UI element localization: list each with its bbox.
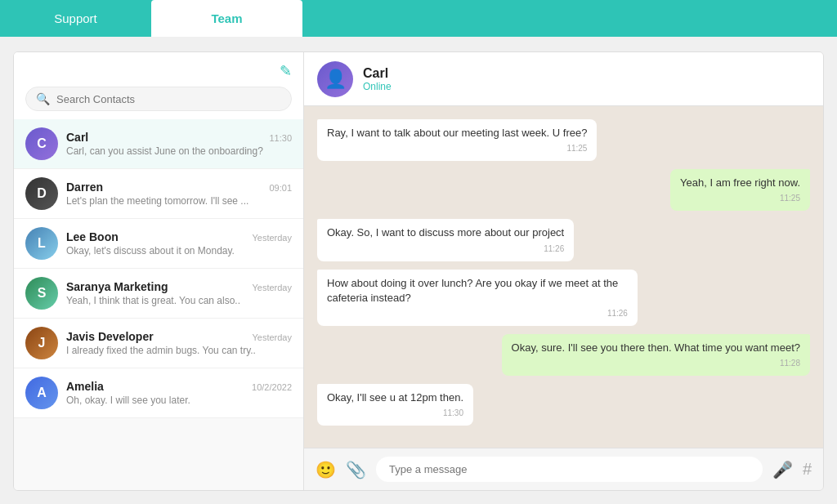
contact-info: Lee Boon Yesterday Okay, let's discuss a… <box>66 230 292 256</box>
contact-name: Darren <box>66 181 103 194</box>
tab-support[interactable]: Support <box>0 0 151 37</box>
chat-user-name: Carl <box>363 66 810 81</box>
main-container: ✎ 🔍 C Carl 11:30 Carl, can you assist Ju… <box>13 51 824 491</box>
compose-icon[interactable]: ✎ <box>280 62 292 80</box>
message-time: 11:25 <box>327 143 587 154</box>
contact-time: Yesterday <box>252 332 292 342</box>
chat-user-info: Carl Online <box>363 66 810 92</box>
search-icon: 🔍 <box>36 92 50 105</box>
contact-preview: Yeah, I think that is great. You can als… <box>66 295 292 306</box>
contact-preview: Let's plan the meeting tomorrow. I'll se… <box>66 195 292 207</box>
chat-contact-avatar: 👤 <box>317 61 353 97</box>
top-nav: Support Team <box>0 0 837 37</box>
contact-preview: I already fixed the admin bugs. You can … <box>66 345 292 356</box>
contact-time: 11:30 <box>269 133 292 143</box>
contact-info: Carl 11:30 Carl, can you assist June on … <box>66 131 292 157</box>
message-text: How about doing it over lunch? Are you o… <box>327 277 618 304</box>
message-text: Okay, sure. I'll see you there then. Wha… <box>512 341 800 354</box>
chat-input-area: 🙂 📎 🎤 # <box>304 448 823 490</box>
contact-preview: Okay, let's discuss about it on Monday. <box>66 245 292 256</box>
message-time: 11:26 <box>327 308 628 319</box>
emoji-icon[interactable]: 🙂 <box>316 460 336 479</box>
contact-info: Amelia 10/2/2022 Oh, okay. I will see yo… <box>66 380 292 406</box>
search-input[interactable] <box>56 93 281 105</box>
message-bubble: Ray, I want to talk about our meeting la… <box>317 119 597 161</box>
contact-time: Yesterday <box>252 283 292 292</box>
contact-item-javis[interactable]: J Javis Developer Yesterday I already fi… <box>14 319 303 368</box>
tab-team[interactable]: Team <box>151 0 302 37</box>
contact-time: 10/2/2022 <box>252 382 292 392</box>
avatar: L <box>25 227 58 260</box>
message-input[interactable] <box>376 457 763 482</box>
contact-name: Lee Boon <box>66 230 119 243</box>
message-text: Okay. So, I want to discuss more about o… <box>327 226 564 239</box>
contact-preview: Carl, can you assist June on the onboard… <box>66 145 292 157</box>
avatar: S <box>25 277 58 310</box>
message-row: Okay. So, I want to discuss more about o… <box>317 219 810 261</box>
message-row: Ray, I want to talk about our meeting la… <box>317 119 810 161</box>
contact-name: Javis Developer <box>66 330 154 343</box>
contact-time: 09:01 <box>269 183 292 193</box>
mic-icon[interactable]: 🎤 <box>772 460 793 479</box>
contact-info: Javis Developer Yesterday I already fixe… <box>66 330 292 356</box>
attach-icon[interactable]: 📎 <box>346 460 366 479</box>
contacts-list: C Carl 11:30 Carl, can you assist June o… <box>14 119 303 490</box>
message-row: How about doing it over lunch? Are you o… <box>317 270 810 326</box>
hash-icon[interactable]: # <box>803 460 812 479</box>
message-bubble: How about doing it over lunch? Are you o… <box>317 270 638 326</box>
sidebar: ✎ 🔍 C Carl 11:30 Carl, can you assist Ju… <box>14 52 304 490</box>
avatar: D <box>25 177 58 210</box>
contact-time: Yesterday <box>252 233 292 243</box>
contact-item-carl[interactable]: C Carl 11:30 Carl, can you assist June o… <box>14 119 303 169</box>
contact-item-saranya[interactable]: S Saranya Marketing Yesterday Yeah, I th… <box>14 269 303 319</box>
message-time: 11:30 <box>327 408 463 419</box>
message-row: Yeah, I am free right now. 11:25 <box>317 169 810 211</box>
message-bubble: Okay, sure. I'll see you there then. Wha… <box>502 334 810 376</box>
contact-info: Darren 09:01 Let's plan the meeting tomo… <box>66 181 292 207</box>
contact-info: Saranya Marketing Yesterday Yeah, I thin… <box>66 280 292 306</box>
chat-panel: 👤 Carl Online Ray, I want to talk about … <box>304 52 823 490</box>
chat-user-status: Online <box>363 81 810 92</box>
message-time: 11:25 <box>680 193 800 204</box>
message-bubble: Okay, I'll see u at 12pm then. 11:30 <box>317 384 473 426</box>
message-time: 11:26 <box>327 243 564 255</box>
chat-header: 👤 Carl Online <box>304 52 823 106</box>
contact-item-lee[interactable]: L Lee Boon Yesterday Okay, let's discuss… <box>14 219 303 269</box>
sidebar-header: ✎ <box>14 52 303 87</box>
message-text: Ray, I want to talk about our meeting la… <box>327 127 587 139</box>
message-time: 11:28 <box>512 358 800 369</box>
message-bubble: Okay. So, I want to discuss more about o… <box>317 219 574 261</box>
message-text: Yeah, I am free right now. <box>680 176 800 189</box>
contact-item-darren[interactable]: D Darren 09:01 Let's plan the meeting to… <box>14 169 303 219</box>
search-input-wrap: 🔍 <box>25 87 292 111</box>
contact-preview: Oh, okay. I will see you later. <box>66 395 292 406</box>
contact-name: Amelia <box>66 380 104 393</box>
contact-name: Saranya Marketing <box>66 280 168 293</box>
avatar: J <box>25 327 58 359</box>
message-text: Okay, I'll see u at 12pm then. <box>327 391 463 404</box>
contact-name: Carl <box>66 131 88 144</box>
message-row: Okay, I'll see u at 12pm then. 11:30 <box>317 384 810 426</box>
message-row: Okay, sure. I'll see you there then. Wha… <box>317 334 810 376</box>
avatar: C <box>25 127 58 160</box>
contact-item-amelia[interactable]: A Amelia 10/2/2022 Oh, okay. I will see … <box>14 368 303 418</box>
messages-area: Ray, I want to talk about our meeting la… <box>304 106 823 448</box>
avatar: A <box>25 377 58 409</box>
search-bar: 🔍 <box>14 87 303 119</box>
message-bubble: Yeah, I am free right now. 11:25 <box>670 169 810 211</box>
